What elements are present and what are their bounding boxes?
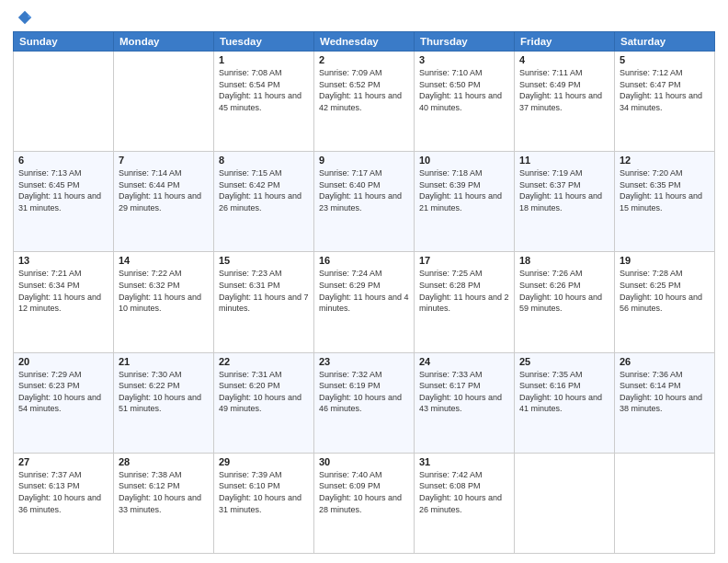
day-number: 27 [18, 456, 108, 467]
day-info: Sunrise: 7:26 AM Sunset: 6:26 PM Dayligh… [519, 268, 609, 314]
calendar-cell: 2Sunrise: 7:09 AM Sunset: 6:52 PM Daylig… [314, 52, 415, 152]
day-number: 23 [319, 356, 409, 367]
day-number: 10 [419, 155, 509, 166]
day-info: Sunrise: 7:11 AM Sunset: 6:49 PM Dayligh… [519, 67, 609, 113]
logo-icon [17, 9, 33, 26]
day-number: 14 [119, 255, 209, 266]
calendar-week-row: 13Sunrise: 7:21 AM Sunset: 6:34 PM Dayli… [14, 252, 715, 352]
calendar-cell: 23Sunrise: 7:32 AM Sunset: 6:19 PM Dayli… [314, 352, 415, 453]
day-info: Sunrise: 7:20 AM Sunset: 6:35 PM Dayligh… [620, 167, 710, 213]
day-number: 5 [620, 54, 710, 65]
calendar-cell: 1Sunrise: 7:08 AM Sunset: 6:54 PM Daylig… [214, 52, 314, 152]
calendar-cell: 9Sunrise: 7:17 AM Sunset: 6:40 PM Daylig… [314, 152, 415, 252]
day-number: 26 [620, 356, 710, 367]
calendar-week-row: 6Sunrise: 7:13 AM Sunset: 6:45 PM Daylig… [14, 152, 715, 252]
calendar-week-row: 1Sunrise: 7:08 AM Sunset: 6:54 PM Daylig… [14, 52, 715, 152]
calendar-cell: 27Sunrise: 7:37 AM Sunset: 6:13 PM Dayli… [14, 453, 114, 553]
day-number: 2 [319, 54, 409, 65]
day-number: 16 [319, 255, 409, 266]
day-number: 3 [419, 54, 509, 65]
day-info: Sunrise: 7:28 AM Sunset: 6:25 PM Dayligh… [620, 268, 710, 314]
day-number: 12 [620, 155, 710, 166]
day-info: Sunrise: 7:08 AM Sunset: 6:54 PM Dayligh… [219, 67, 309, 113]
calendar-cell: 26Sunrise: 7:36 AM Sunset: 6:14 PM Dayli… [615, 352, 715, 453]
day-number: 1 [219, 54, 309, 65]
day-number: 21 [119, 356, 209, 367]
calendar-cell: 11Sunrise: 7:19 AM Sunset: 6:37 PM Dayli… [515, 152, 615, 252]
calendar-week-row: 20Sunrise: 7:29 AM Sunset: 6:23 PM Dayli… [14, 352, 715, 453]
calendar-cell: 18Sunrise: 7:26 AM Sunset: 6:26 PM Dayli… [515, 252, 615, 352]
calendar-cell [14, 52, 114, 152]
header [13, 9, 715, 26]
weekday-header-tuesday: Tuesday [214, 32, 314, 52]
calendar-cell: 5Sunrise: 7:12 AM Sunset: 6:47 PM Daylig… [615, 52, 715, 152]
day-number: 19 [620, 255, 710, 266]
weekday-header-thursday: Thursday [415, 32, 515, 52]
day-info: Sunrise: 7:21 AM Sunset: 6:34 PM Dayligh… [18, 268, 108, 314]
weekday-header-friday: Friday [515, 32, 615, 52]
day-number: 11 [519, 155, 609, 166]
day-info: Sunrise: 7:18 AM Sunset: 6:39 PM Dayligh… [419, 167, 509, 213]
day-number: 29 [219, 456, 309, 467]
day-info: Sunrise: 7:22 AM Sunset: 6:32 PM Dayligh… [119, 268, 209, 314]
calendar-cell: 10Sunrise: 7:18 AM Sunset: 6:39 PM Dayli… [415, 152, 515, 252]
calendar-cell [615, 453, 715, 553]
day-info: Sunrise: 7:29 AM Sunset: 6:23 PM Dayligh… [18, 369, 108, 415]
day-info: Sunrise: 7:09 AM Sunset: 6:52 PM Dayligh… [319, 67, 409, 113]
calendar-cell: 15Sunrise: 7:23 AM Sunset: 6:31 PM Dayli… [214, 252, 314, 352]
day-number: 7 [119, 155, 209, 166]
calendar-cell: 25Sunrise: 7:35 AM Sunset: 6:16 PM Dayli… [515, 352, 615, 453]
day-number: 22 [219, 356, 309, 367]
calendar-cell: 8Sunrise: 7:15 AM Sunset: 6:42 PM Daylig… [214, 152, 314, 252]
day-number: 25 [519, 356, 609, 367]
day-info: Sunrise: 7:42 AM Sunset: 6:08 PM Dayligh… [419, 469, 509, 515]
day-info: Sunrise: 7:36 AM Sunset: 6:14 PM Dayligh… [620, 369, 710, 415]
day-info: Sunrise: 7:31 AM Sunset: 6:20 PM Dayligh… [219, 369, 309, 415]
calendar-cell: 13Sunrise: 7:21 AM Sunset: 6:34 PM Dayli… [14, 252, 114, 352]
day-info: Sunrise: 7:37 AM Sunset: 6:13 PM Dayligh… [18, 469, 108, 515]
day-info: Sunrise: 7:13 AM Sunset: 6:45 PM Dayligh… [18, 167, 108, 213]
day-number: 17 [419, 255, 509, 266]
weekday-header-monday: Monday [114, 32, 214, 52]
day-number: 15 [219, 255, 309, 266]
calendar-cell: 22Sunrise: 7:31 AM Sunset: 6:20 PM Dayli… [214, 352, 314, 453]
day-number: 4 [519, 54, 609, 65]
calendar-cell: 31Sunrise: 7:42 AM Sunset: 6:08 PM Dayli… [415, 453, 515, 553]
day-info: Sunrise: 7:40 AM Sunset: 6:09 PM Dayligh… [319, 469, 409, 515]
day-info: Sunrise: 7:32 AM Sunset: 6:19 PM Dayligh… [319, 369, 409, 415]
day-info: Sunrise: 7:35 AM Sunset: 6:16 PM Dayligh… [519, 369, 609, 415]
calendar-cell: 28Sunrise: 7:38 AM Sunset: 6:12 PM Dayli… [114, 453, 214, 553]
calendar-cell: 20Sunrise: 7:29 AM Sunset: 6:23 PM Dayli… [14, 352, 114, 453]
calendar-week-row: 27Sunrise: 7:37 AM Sunset: 6:13 PM Dayli… [14, 453, 715, 553]
calendar-cell: 7Sunrise: 7:14 AM Sunset: 6:44 PM Daylig… [114, 152, 214, 252]
day-number: 24 [419, 356, 509, 367]
calendar-cell [515, 453, 615, 553]
day-info: Sunrise: 7:30 AM Sunset: 6:22 PM Dayligh… [119, 369, 209, 415]
day-info: Sunrise: 7:24 AM Sunset: 6:29 PM Dayligh… [319, 268, 409, 314]
calendar-cell: 3Sunrise: 7:10 AM Sunset: 6:50 PM Daylig… [415, 52, 515, 152]
day-number: 31 [419, 456, 509, 467]
calendar-cell: 24Sunrise: 7:33 AM Sunset: 6:17 PM Dayli… [415, 352, 515, 453]
day-number: 28 [119, 456, 209, 467]
calendar-table: SundayMondayTuesdayWednesdayThursdayFrid… [13, 31, 715, 554]
day-number: 8 [219, 155, 309, 166]
calendar-cell: 17Sunrise: 7:25 AM Sunset: 6:28 PM Dayli… [415, 252, 515, 352]
calendar-cell [114, 52, 214, 152]
day-number: 9 [319, 155, 409, 166]
calendar-header-row: SundayMondayTuesdayWednesdayThursdayFrid… [14, 32, 715, 52]
calendar-cell: 12Sunrise: 7:20 AM Sunset: 6:35 PM Dayli… [615, 152, 715, 252]
calendar-cell: 19Sunrise: 7:28 AM Sunset: 6:25 PM Dayli… [615, 252, 715, 352]
page: SundayMondayTuesdayWednesdayThursdayFrid… [0, 0, 728, 563]
day-info: Sunrise: 7:25 AM Sunset: 6:28 PM Dayligh… [419, 268, 509, 314]
calendar-cell: 16Sunrise: 7:24 AM Sunset: 6:29 PM Dayli… [314, 252, 415, 352]
day-number: 20 [18, 356, 108, 367]
day-number: 13 [18, 255, 108, 266]
weekday-header-saturday: Saturday [615, 32, 715, 52]
day-info: Sunrise: 7:14 AM Sunset: 6:44 PM Dayligh… [119, 167, 209, 213]
day-info: Sunrise: 7:12 AM Sunset: 6:47 PM Dayligh… [620, 67, 710, 113]
day-info: Sunrise: 7:17 AM Sunset: 6:40 PM Dayligh… [319, 167, 409, 213]
day-info: Sunrise: 7:38 AM Sunset: 6:12 PM Dayligh… [119, 469, 209, 515]
weekday-header-sunday: Sunday [14, 32, 114, 52]
calendar-cell: 29Sunrise: 7:39 AM Sunset: 6:10 PM Dayli… [214, 453, 314, 553]
day-info: Sunrise: 7:15 AM Sunset: 6:42 PM Dayligh… [219, 167, 309, 213]
